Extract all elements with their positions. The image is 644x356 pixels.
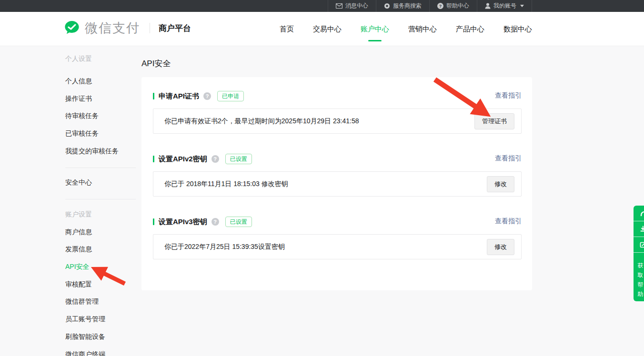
sidebar-item-face-payment-devices[interactable]: 刷脸智能设备 (65, 332, 105, 341)
apiv2-key-info-box: 你已于 2018年11月1日 18:15:03 修改密钥 修改 (153, 171, 522, 197)
svg-text:?: ? (439, 4, 442, 9)
topbar-item-label: 服务商搜索 (393, 2, 422, 10)
mail-icon (336, 3, 342, 9)
help-widget[interactable]: 获取帮助 (634, 206, 644, 301)
nav-item-account-center[interactable]: 账户中心 (360, 12, 390, 46)
phone-icon (640, 210, 644, 217)
sidebar-section-account-settings: 账户设置 (65, 209, 92, 219)
apiv3-key-info-box: 你已于2022年7月25日 15:39:35设置密钥 修改 (153, 234, 522, 259)
status-badge: 已设置 (225, 217, 252, 227)
page-title: API安全 (141, 58, 171, 69)
sidebar-item-personal-info[interactable]: 个人信息 (65, 76, 92, 86)
help-widget-cell[interactable] (634, 221, 644, 237)
help-widget-cell[interactable] (634, 237, 644, 253)
sidebar-item-staff-account-management[interactable]: 员工账号管理 (65, 314, 105, 324)
sidebar-item-operation-certificate[interactable]: 操作证书 (65, 94, 92, 103)
nav-item-product-center[interactable]: 产品中心 (455, 12, 485, 46)
logo-divider (150, 23, 150, 33)
sidebar-item-reviewed-tasks[interactable]: 已审核任务 (65, 129, 99, 138)
user-icon (485, 3, 491, 9)
sidebar-item-wechat-merchant-terminal[interactable]: 微信商户终端 (65, 349, 105, 356)
sidebar-divider (65, 168, 136, 168)
topbar-item-provider-search[interactable]: 服务商搜索 (376, 0, 429, 12)
apiv2-key-description: 你已于 2018年11月1日 18:15:03 修改密钥 (164, 180, 288, 188)
topbar-item-label: 帮助中心 (446, 2, 469, 10)
manage-certificate-button[interactable]: 管理证书 (474, 113, 514, 129)
logo-text: 微信支付 (85, 20, 140, 37)
help-icon: ? (437, 3, 443, 9)
view-guide-link[interactable]: 查看指引 (495, 91, 522, 100)
wechat-pay-logo-icon (64, 20, 80, 36)
sidebar-item-security-center[interactable]: 安全中心 (65, 178, 92, 187)
section-apiv2-key: 设置APIv2密钥 ? 已设置 查看指引 你已于 2018年11月1日 18:1… (153, 153, 522, 197)
sidebar-item-my-submitted-review-tasks[interactable]: 我提交的审核任务 (65, 146, 119, 156)
topbar-item-label: 我的账号 (493, 2, 516, 10)
nav-item-home[interactable]: 首页 (279, 12, 295, 46)
sidebar-item-wechat-group-management[interactable]: 微信群管理 (65, 297, 99, 306)
nav-item-transaction-center[interactable]: 交易中心 (312, 12, 342, 46)
sidebar-item-invoice-info[interactable]: 发票信息 (65, 244, 92, 254)
api-security-card: 申请API证书 ? 已申请 查看指引 你已申请有效证书2个，最早过期时间为202… (141, 77, 532, 290)
sidebar-item-pending-review-tasks[interactable]: 待审核任务 (65, 111, 99, 120)
certificate-info-box: 你已申请有效证书2个，最早过期时间为2025年10月29日 23:41:58 管… (153, 109, 522, 134)
status-badge: 已设置 (225, 154, 252, 164)
get-help-label[interactable]: 获取帮助 (634, 253, 644, 301)
topbar-item-help-center[interactable]: ? 帮助中心 (429, 0, 477, 12)
section-marker (153, 156, 154, 162)
header: 微信支付 商户平台 首页 交易中心 账户中心 营销中心 产品中心 数据中心 (0, 12, 644, 46)
section-title: 设置APIv2密钥 (159, 155, 207, 164)
question-mark-icon[interactable]: ? (203, 92, 211, 100)
topbar-item-message-center[interactable]: 消息中心 (328, 0, 376, 12)
modify-apiv3-key-button[interactable]: 修改 (487, 239, 514, 255)
question-mark-icon[interactable]: ? (211, 218, 219, 226)
section-apply-api-certificate: 申请API证书 ? 已申请 查看指引 你已申请有效证书2个，最早过期时间为202… (153, 90, 522, 134)
download-icon (640, 226, 644, 232)
apiv3-key-description: 你已于2022年7月25日 15:39:35设置密钥 (164, 243, 285, 251)
sidebar-divider (65, 199, 136, 199)
section-title: 申请API证书 (159, 92, 199, 101)
view-guide-link[interactable]: 查看指引 (495, 217, 522, 226)
topbar-item-my-account[interactable]: 我的账号 (477, 0, 532, 12)
section-marker (153, 218, 154, 225)
feedback-edit-icon (640, 241, 644, 248)
search-icon (384, 3, 390, 9)
section-title: 设置APIv3密钥 (159, 218, 207, 227)
sidebar-item-api-security[interactable]: API安全 (65, 262, 90, 271)
nav-item-marketing-center[interactable]: 营销中心 (407, 12, 438, 46)
section-marker (153, 93, 154, 99)
nav-item-data-center[interactable]: 数据中心 (503, 12, 533, 46)
view-guide-link[interactable]: 查看指引 (495, 154, 522, 163)
modify-apiv2-key-button[interactable]: 修改 (487, 176, 514, 192)
certificate-description: 你已申请有效证书2个，最早过期时间为2025年10月29日 23:41:58 (164, 117, 359, 126)
sidebar-item-review-config[interactable]: 审核配置 (65, 279, 92, 289)
topbar-item-label: 消息中心 (345, 2, 368, 10)
topbar: 消息中心 服务商搜索 ? 帮助中心 我的账号 (0, 0, 644, 12)
section-apiv3-key: 设置APIv3密钥 ? 已设置 查看指引 你已于2022年7月25日 15:39… (153, 216, 522, 259)
question-mark-icon[interactable]: ? (211, 155, 219, 163)
sidebar-section-personal-settings: 个人设置 (65, 54, 92, 63)
portal-label: 商户平台 (159, 23, 191, 34)
status-badge: 已申请 (217, 91, 244, 101)
topbar-menu: 消息中心 服务商搜索 ? 帮助中心 我的账号 (328, 0, 532, 12)
logo[interactable]: 微信支付 商户平台 (64, 20, 191, 37)
sidebar-item-merchant-info[interactable]: 商户信息 (65, 227, 92, 237)
help-widget-cell[interactable] (634, 206, 644, 221)
chevron-down-icon (520, 5, 524, 7)
main-nav: 首页 交易中心 账户中心 营销中心 产品中心 数据中心 (279, 12, 533, 46)
